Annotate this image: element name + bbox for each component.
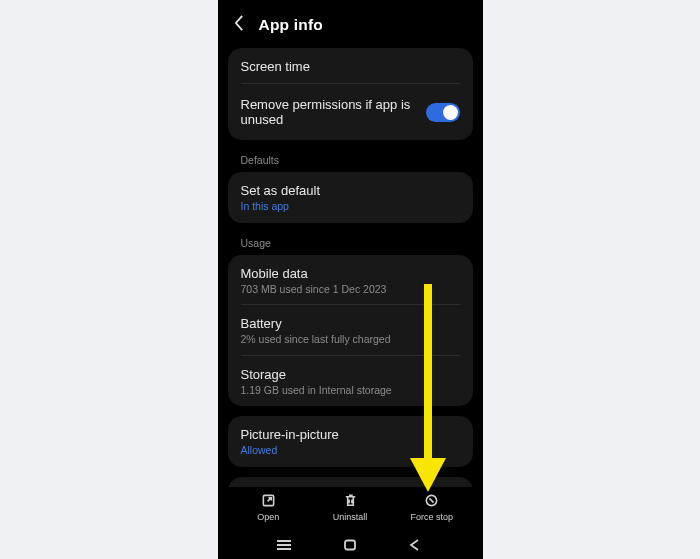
row-label: Battery [241,316,460,331]
row-sublabel: 703 MB used since 1 Dec 2023 [241,283,460,296]
action-label: Force stop [410,512,453,522]
nav-back-icon[interactable] [406,538,426,552]
row-label: Picture-in-picture [241,427,460,442]
row-label: Mobile data [241,266,460,281]
content-scroll: Screen time Remove permissions if app is… [218,48,483,487]
card-pip: Picture-in-picture Allowed [228,416,473,467]
section-defaults: Defaults [228,150,473,172]
row-sublabel: In this app [241,200,460,213]
action-label: Open [257,512,279,522]
row-label: Remove permissions if app is unused [241,97,426,127]
row-label: Set as default [241,183,460,198]
row-sublabel: Allowed [241,444,460,457]
back-icon[interactable] [234,14,245,36]
card-general: Screen time Remove permissions if app is… [228,48,473,140]
row-app-details-store[interactable]: App details in store App downloaded from… [228,477,473,487]
card-store: App details in store App downloaded from… [228,477,473,487]
system-navbar [218,529,483,559]
row-battery[interactable]: Battery 2% used since last fully charged [228,305,473,356]
action-open[interactable]: Open [228,493,310,522]
row-mobile-data[interactable]: Mobile data 703 MB used since 1 Dec 2023 [228,255,473,306]
card-usage: Mobile data 703 MB used since 1 Dec 2023… [228,255,473,407]
action-label: Uninstall [333,512,368,522]
row-label: Screen time [241,59,460,74]
toggle-remove-permissions[interactable] [426,103,460,122]
section-usage: Usage [228,233,473,255]
row-remove-permissions[interactable]: Remove permissions if app is unused [228,84,473,140]
bottom-actions: Open Uninstall Force stop [218,487,483,529]
row-screen-time[interactable]: Screen time [228,48,473,84]
row-sublabel: 1.19 GB used in Internal storage [241,384,460,397]
phone-screen: App info Screen time Remove permissions … [218,0,483,559]
svg-rect-2 [345,541,355,550]
card-defaults: Set as default In this app [228,172,473,223]
row-sublabel: 2% used since last fully charged [241,333,460,346]
trash-icon [343,493,358,508]
row-picture-in-picture[interactable]: Picture-in-picture Allowed [228,416,473,467]
row-storage[interactable]: Storage 1.19 GB used in Internal storage [228,356,473,407]
action-force-stop[interactable]: Force stop [391,493,473,522]
page-title: App info [259,16,323,34]
open-icon [261,493,276,508]
nav-recent-icon[interactable] [274,538,294,552]
header-bar: App info [218,0,483,48]
action-uninstall[interactable]: Uninstall [309,493,391,522]
row-label: Storage [241,367,460,382]
nav-home-icon[interactable] [340,538,360,552]
row-set-default[interactable]: Set as default In this app [228,172,473,223]
stop-icon [424,493,439,508]
